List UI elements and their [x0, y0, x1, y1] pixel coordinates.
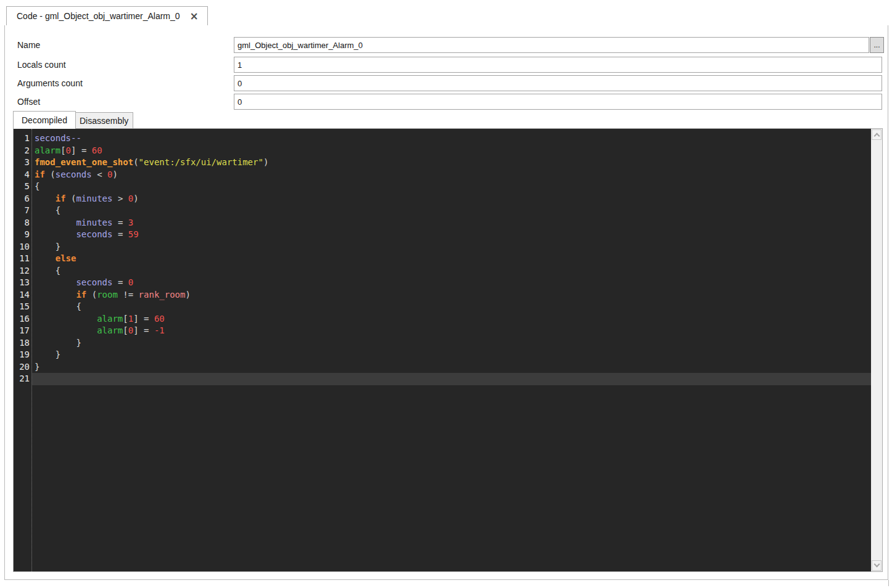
scroll-down-button[interactable]	[872, 560, 882, 571]
line-number: 1	[14, 133, 30, 145]
code-line[interactable]: 13 seconds = 0	[14, 277, 871, 289]
line-number: 18	[14, 337, 30, 349]
chevron-down-icon	[873, 561, 880, 568]
code-line[interactable]: 9 seconds = 59	[14, 229, 871, 241]
line-number: 6	[14, 193, 30, 205]
name-input[interactable]	[234, 37, 869, 53]
code-line[interactable]: 1seconds--	[14, 133, 871, 145]
line-number: 10	[14, 241, 30, 253]
line-number: 17	[14, 325, 30, 337]
code-line-text: }	[32, 241, 871, 253]
code-line[interactable]: 16 alarm[1] = 60	[14, 313, 871, 325]
code-line-text: if (seconds < 0)	[32, 169, 871, 181]
line-number: 21	[14, 373, 30, 385]
code-line-text: if (minutes > 0)	[32, 193, 871, 205]
app-window: Code - gml_Object_obj_wartimer_Alarm_0 ×…	[0, 0, 892, 588]
scroll-up-button[interactable]	[872, 129, 882, 140]
line-number: 14	[14, 289, 30, 301]
tab-decompiled[interactable]: Decompiled	[13, 111, 76, 129]
line-number: 5	[14, 181, 30, 193]
code-line-text: seconds = 59	[32, 229, 871, 241]
code-line[interactable]: 19 }	[14, 349, 871, 361]
code-line-text	[32, 373, 871, 385]
code-line[interactable]: 21	[14, 373, 871, 385]
code-file-tab-label: Code - gml_Object_obj_wartimer_Alarm_0	[17, 11, 180, 21]
gutter-divider	[31, 129, 32, 571]
line-number: 7	[14, 205, 30, 217]
code-line-text: else	[32, 253, 871, 265]
line-number: 11	[14, 253, 30, 265]
line-number: 9	[14, 229, 30, 241]
code-line[interactable]: 7 {	[14, 205, 871, 217]
code-line-text: }	[32, 349, 871, 361]
code-line-text: }	[32, 337, 871, 349]
code-line[interactable]: 15 {	[14, 301, 871, 313]
code-line[interactable]: 17 alarm[0] = -1	[14, 325, 871, 337]
line-number: 16	[14, 313, 30, 325]
code-line-text: minutes = 3	[32, 217, 871, 229]
locals-count-input[interactable]	[234, 57, 882, 73]
code-line-text: {	[32, 181, 871, 193]
code-line[interactable]: 4if (seconds < 0)	[14, 169, 871, 181]
code-line[interactable]: 3fmod_event_one_shot("event:/sfx/ui/wart…	[14, 157, 871, 169]
code-line[interactable]: 5{	[14, 181, 871, 193]
code-line-text: {	[32, 265, 871, 277]
code-line[interactable]: 2alarm[0] = 60	[14, 145, 871, 157]
code-lines: 1seconds--2alarm[0] = 603fmod_event_one_…	[14, 133, 871, 385]
offset-label: Offset	[17, 94, 40, 110]
name-browse-button[interactable]: ...	[870, 37, 884, 53]
close-icon[interactable]: ×	[190, 11, 199, 22]
code-panel: Name Locals count Arguments count Offset…	[4, 25, 888, 580]
code-line-text: }	[32, 361, 871, 374]
code-editor[interactable]: 1seconds--2alarm[0] = 603fmod_event_one_…	[13, 128, 883, 572]
code-line-text: seconds = 0	[32, 277, 871, 289]
name-label: Name	[17, 37, 40, 53]
line-number: 2	[14, 145, 30, 157]
line-number: 3	[14, 157, 30, 169]
code-line[interactable]: 6 if (minutes > 0)	[14, 193, 871, 205]
code-line-text: alarm[0] = -1	[32, 325, 871, 337]
code-line-text: fmod_event_one_shot("event:/sfx/ui/warti…	[32, 157, 871, 169]
panel-divider	[888, 580, 889, 586]
arguments-count-input[interactable]	[234, 75, 882, 91]
code-line[interactable]: 14 if (room != rank_room)	[14, 289, 871, 301]
offset-input[interactable]	[234, 94, 882, 110]
editor-vscrollbar[interactable]	[871, 129, 882, 571]
line-number: 20	[14, 361, 30, 374]
code-line-text: if (room != rank_room)	[32, 289, 871, 301]
code-line[interactable]: 11 else	[14, 253, 871, 265]
line-number: 13	[14, 277, 30, 289]
tab-disassembly[interactable]: Disassembly	[75, 112, 133, 128]
line-number: 15	[14, 301, 30, 313]
locals-count-label: Locals count	[17, 57, 66, 73]
chevron-up-icon	[873, 133, 880, 139]
line-number: 12	[14, 265, 30, 277]
arguments-count-label: Arguments count	[17, 75, 83, 91]
code-area[interactable]: 1seconds--2alarm[0] = 603fmod_event_one_…	[14, 129, 871, 571]
code-line[interactable]: 8 minutes = 3	[14, 217, 871, 229]
code-line-text: alarm[1] = 60	[32, 313, 871, 325]
code-line[interactable]: 18 }	[14, 337, 871, 349]
code-line[interactable]: 20}	[14, 361, 871, 374]
code-line-text: {	[32, 205, 871, 217]
line-number: 4	[14, 169, 30, 181]
code-line-text: seconds--	[32, 133, 871, 145]
code-line-text: alarm[0] = 60	[32, 145, 871, 157]
code-line[interactable]: 10 }	[14, 241, 871, 253]
line-number: 8	[14, 217, 30, 229]
code-line-text: {	[32, 301, 871, 313]
code-file-tab[interactable]: Code - gml_Object_obj_wartimer_Alarm_0 ×	[6, 6, 208, 25]
line-number: 19	[14, 349, 30, 361]
code-line[interactable]: 12 {	[14, 265, 871, 277]
